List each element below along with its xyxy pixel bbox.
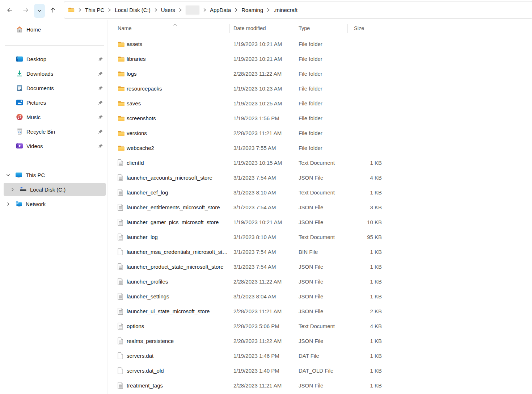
sidebar-item-this-pc[interactable]: This PC <box>0 168 107 182</box>
column-divider[interactable] <box>388 24 388 33</box>
file-row[interactable]: launcher_msa_credentials_microsoft_stor.… <box>107 244 532 259</box>
file-explorer-window: This PC Local Disk (C:) Users AppData Ro… <box>0 0 532 394</box>
file-size: 1 KB <box>350 249 382 255</box>
file-row[interactable]: launcher_ui_state_microsoft_store 2/28/2… <box>107 304 532 319</box>
file-row[interactable]: clientId 1/19/2023 10:15 AM Text Documen… <box>107 155 532 170</box>
pin-icon[interactable] <box>98 71 103 76</box>
file-row[interactable]: saves 1/19/2023 10:25 AM File folder <box>107 96 532 111</box>
pin-icon[interactable] <box>98 114 103 120</box>
breadcrumb: This PC Local Disk (C:) Users AppData Ro… <box>68 5 298 15</box>
file-type: File folder <box>299 130 350 136</box>
file-type: File folder <box>299 71 350 77</box>
file-name: launcher_ui_state_microsoft_store <box>125 308 233 314</box>
pin-icon[interactable] <box>98 56 103 62</box>
file-name: launcher_accounts_microsoft_store <box>125 175 233 181</box>
sidebar-item-label: Home <box>26 26 41 33</box>
back-button[interactable] <box>4 5 15 16</box>
file-name: servers.dat_old <box>125 368 233 374</box>
sidebar-item-desktop[interactable]: Desktop <box>0 52 107 66</box>
file-row[interactable]: launcher_log 3/1/2023 8:10 AM Text Docum… <box>107 230 532 244</box>
breadcrumb-item-roaming[interactable]: Roaming <box>241 6 264 14</box>
breadcrumb-item-appdata[interactable]: AppData <box>209 6 232 14</box>
file-row[interactable]: launcher_settings 3/1/2023 8:04 AM JSON … <box>107 289 532 304</box>
column-divider[interactable] <box>347 24 348 33</box>
chevron-right-icon[interactable] <box>5 201 11 207</box>
sidebar-item-label: Pictures <box>26 100 46 106</box>
file-size: 1 KB <box>350 189 382 196</box>
sidebar-item-documents[interactable]: Documents <box>0 81 107 95</box>
file-row[interactable]: launcher_product_state_microsoft_store 3… <box>107 259 532 274</box>
file-row[interactable]: assets 1/19/2023 10:21 AM File folder <box>107 37 532 51</box>
document-icon <box>118 189 123 196</box>
pin-icon[interactable] <box>98 129 103 134</box>
breadcrumb-item-minecraft[interactable]: .minecraft <box>273 6 298 14</box>
forward-arrow-icon <box>22 7 29 14</box>
column-header-size[interactable]: Size <box>354 25 364 31</box>
sidebar-item-music[interactable]: Music <box>0 110 107 124</box>
file-type: JSON File <box>299 338 350 344</box>
file-size: 1 KB <box>350 264 382 270</box>
file-row[interactable]: servers.dat 1/19/2023 1:46 PM DAT File 1… <box>107 348 532 363</box>
breadcrumb-item-local-disk[interactable]: Local Disk (C:) <box>114 6 151 14</box>
breadcrumb-item-this-pc[interactable]: This PC <box>84 6 105 14</box>
sidebar-item-local-disk-c[interactable]: Local Disk (C:) <box>0 182 107 197</box>
file-row[interactable]: launcher_accounts_microsoft_store 3/1/20… <box>107 170 532 185</box>
file-row[interactable]: resourcepacks 1/19/2023 10:23 AM File fo… <box>107 81 532 96</box>
chevron-down-icon[interactable] <box>5 172 11 178</box>
column-header-type[interactable]: Type <box>299 25 310 31</box>
file-date-modified: 2/28/2023 11:22 AM <box>233 71 299 77</box>
breadcrumb-separator-icon <box>267 8 270 12</box>
chevron-right-icon[interactable] <box>9 186 15 192</box>
file-row[interactable]: versions 2/28/2023 11:21 AM File folder <box>107 126 532 141</box>
file-row[interactable]: treatment_tags 2/28/2023 11:21 AM JSON F… <box>107 378 532 393</box>
file-name: launcher_log <box>125 234 233 240</box>
document-icon <box>118 204 123 211</box>
recent-locations-button[interactable] <box>34 4 45 18</box>
column-divider[interactable] <box>294 24 294 33</box>
file-row[interactable]: options 2/28/2023 5:06 PM Text Document … <box>107 319 532 334</box>
forward-button[interactable] <box>20 5 31 16</box>
file-row[interactable]: servers.dat_old 1/19/2023 1:40 PM DAT_OL… <box>107 363 532 378</box>
pin-icon[interactable] <box>98 100 103 105</box>
pin-icon[interactable] <box>98 143 103 149</box>
file-date-modified: 2/28/2023 11:21 AM <box>233 382 299 389</box>
file-name: screenshots <box>125 115 233 121</box>
file-size: 1 KB <box>350 338 382 344</box>
file-type: JSON File <box>299 293 350 299</box>
column-divider[interactable] <box>229 24 230 33</box>
file-name: launcher_gamer_pics_microsoft_store <box>125 219 233 225</box>
breadcrumb-item-users[interactable]: Users <box>160 6 176 14</box>
file-size: 1 KB <box>350 278 382 285</box>
file-row[interactable]: logs 2/28/2023 11:22 AM File folder <box>107 66 532 81</box>
file-row[interactable]: launcher_profiles 2/28/2023 11:22 AM JSO… <box>107 274 532 289</box>
document-icon <box>118 263 123 270</box>
sidebar-item-network[interactable]: Network <box>0 197 107 211</box>
breadcrumb-redacted-username[interactable] <box>186 5 199 15</box>
sidebar-item-label: Music <box>26 114 41 120</box>
file-row[interactable]: libraries 1/19/2023 10:21 AM File folder <box>107 51 532 66</box>
file-row[interactable]: webcache2 3/1/2023 7:55 AM File folder <box>107 141 532 155</box>
sidebar-item-recycle-bin[interactable]: Recycle Bin <box>0 124 107 139</box>
column-header-name[interactable]: Name <box>118 25 132 31</box>
file-row[interactable]: launcher_gamer_pics_microsoft_store 1/19… <box>107 215 532 230</box>
file-row[interactable]: realms_persistence 2/28/2023 11:22 AM JS… <box>107 334 532 348</box>
file-row[interactable]: launcher_cef_log 3/1/2023 8:10 AM Text D… <box>107 185 532 200</box>
file-size: 1 KB <box>350 293 382 299</box>
sidebar-item-label: Videos <box>26 143 43 149</box>
address-bar[interactable]: This PC Local Disk (C:) Users AppData Ro… <box>64 1 532 19</box>
blank-file-icon <box>118 248 123 255</box>
file-row[interactable]: screenshots 1/19/2023 1:56 PM File folde… <box>107 111 532 126</box>
sidebar-item-downloads[interactable]: Downloads <box>0 66 107 81</box>
file-date-modified: 3/1/2023 7:54 AM <box>233 264 299 270</box>
chevron-down-icon <box>36 8 43 14</box>
up-button[interactable] <box>47 5 58 16</box>
column-header-date-modified[interactable]: Date modified <box>233 25 266 31</box>
document-icon <box>118 323 123 330</box>
pin-icon[interactable] <box>98 85 103 91</box>
file-size: 1 KB <box>350 160 382 166</box>
sidebar-item-home[interactable]: Home <box>0 23 107 36</box>
file-row[interactable]: launcher_entitlements_microsoft_store 3/… <box>107 200 532 215</box>
sidebar-item-videos[interactable]: Videos <box>0 139 107 153</box>
sidebar-item-pictures[interactable]: Pictures <box>0 95 107 110</box>
file-date-modified: 2/28/2023 11:22 AM <box>233 338 299 344</box>
